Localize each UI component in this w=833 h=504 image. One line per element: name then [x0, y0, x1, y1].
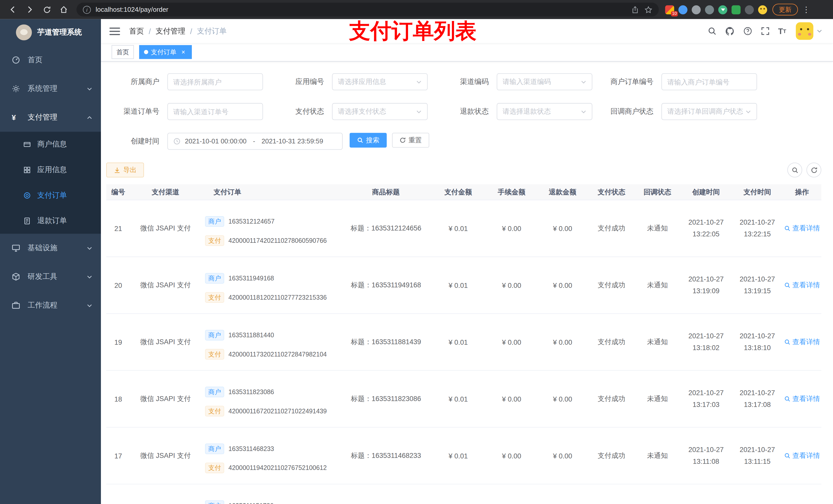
app-id-select[interactable]: 请选择应用信息: [332, 73, 428, 90]
view-detail-link[interactable]: 查看详情: [784, 281, 820, 290]
extension-icon[interactable]: [705, 5, 714, 14]
sidebar-item-app-info[interactable]: 应用信息: [0, 157, 101, 183]
extension-icon[interactable]: 10: [665, 5, 674, 14]
cell-amount: [430, 484, 486, 504]
monitor-icon: [12, 244, 20, 252]
merchant-input[interactable]: [167, 73, 263, 90]
breadcrumb-pay-manage[interactable]: 支付管理: [156, 26, 185, 36]
cell-refund: ¥ 0.00: [537, 257, 588, 313]
cell-amount: ¥ 0.01: [430, 257, 486, 313]
url-text[interactable]: localhost:1024/pay/order: [96, 6, 626, 13]
pay-order-no: 4200001194202110276752100612: [229, 464, 327, 472]
date-end: 2021-10-31 23:59:59: [262, 138, 323, 145]
extension-icon[interactable]: [692, 5, 700, 14]
order-id: 20: [114, 281, 122, 289]
emoji-extension-icon[interactable]: [758, 5, 767, 14]
browser-update-button[interactable]: 更新: [772, 4, 798, 16]
merchant-order-no-field[interactable]: [667, 78, 751, 86]
tag-pay-order[interactable]: 支付订单 ×: [139, 45, 192, 59]
toggle-search-icon[interactable]: [787, 163, 802, 177]
sidebar-item-label: 退款订单: [37, 216, 67, 225]
avatar-caret-down-icon[interactable]: [817, 28, 823, 34]
extension-icon[interactable]: [678, 5, 687, 14]
channel-code-select[interactable]: 请输入渠道编码: [497, 73, 592, 90]
col-order: 支付订单: [201, 184, 342, 200]
sidebar-item-workflow[interactable]: 工作流程: [0, 291, 101, 320]
url-bar[interactable]: i localhost:1024/pay/order: [77, 3, 659, 16]
sidebar-item-system[interactable]: 系统管理: [0, 74, 101, 103]
cell-created: [680, 484, 732, 504]
merchant-order-line: 商户 1635311881440: [205, 330, 274, 340]
sidebar-item-devtools[interactable]: 研发工具: [0, 263, 101, 291]
created-time: 13:22:05: [693, 229, 719, 240]
cell-notify: [635, 484, 680, 504]
fee-amount: ¥ 0.00: [502, 224, 521, 232]
notify-status: 未通知: [647, 223, 668, 233]
cell-title: 标题：1635311881439: [342, 314, 430, 370]
extension-icon[interactable]: [732, 5, 740, 14]
cell-paid: 2021-10-27 13:19:15: [732, 257, 783, 313]
refresh-table-icon[interactable]: [806, 163, 821, 177]
browser-menu-icon[interactable]: ⋮: [802, 5, 810, 14]
sidebar-item-merchant-info[interactable]: 商户信息: [0, 131, 101, 157]
refund-status-select[interactable]: 请选择退款状态: [497, 103, 592, 120]
date-start: 2021-10-01 00:00:00: [185, 138, 247, 145]
merchant-order-no: 1635311823086: [229, 388, 274, 396]
logo-title: 芋道管理系统: [37, 28, 82, 37]
font-size-icon[interactable]: TT: [778, 27, 786, 35]
help-icon[interactable]: [743, 27, 752, 35]
cell-title: 标题：1635312124656: [342, 200, 430, 257]
paid-date: 2021-10-27: [740, 387, 775, 399]
merchant-order-no-input[interactable]: [661, 73, 757, 90]
sidebar-item-infra[interactable]: 基础设施: [0, 234, 101, 263]
home-icon[interactable]: [56, 2, 71, 17]
created-time: 13:19:09: [693, 285, 719, 297]
tag-home[interactable]: 首页: [112, 45, 134, 59]
search-icon[interactable]: [708, 27, 716, 35]
pay-status: 支付成功: [598, 223, 625, 233]
view-detail-link[interactable]: 查看详情: [784, 451, 820, 460]
chevron-down-icon: [581, 109, 587, 115]
export-button[interactable]: 导出: [106, 163, 144, 177]
sidebar-item-home[interactable]: 首页: [0, 46, 101, 74]
view-detail-label: 查看详情: [792, 281, 820, 290]
fullscreen-icon[interactable]: [761, 27, 769, 35]
cell-refund: ¥ 0.00: [537, 428, 588, 484]
pay-status-select[interactable]: 请选择支付状态: [332, 103, 428, 120]
view-detail-link[interactable]: 查看详情: [784, 394, 820, 404]
cell-id: 19: [106, 314, 130, 370]
pay-amount: ¥ 0.01: [449, 452, 468, 460]
cell-channel: [130, 484, 201, 504]
cell-created: 2021-10-27 13:11:08: [680, 428, 732, 484]
refresh-icon[interactable]: [39, 2, 54, 17]
sidebar-item-pay-order[interactable]: 支付订单: [0, 183, 101, 208]
pay-badge: 支付: [205, 462, 224, 473]
bookmark-star-icon[interactable]: [644, 6, 652, 14]
extension-icon[interactable]: [745, 5, 754, 14]
back-icon[interactable]: [5, 2, 20, 17]
merchant-input-field[interactable]: [173, 78, 257, 86]
view-detail-link[interactable]: 查看详情: [784, 223, 820, 233]
share-icon[interactable]: [631, 6, 639, 14]
sidebar-item-pay[interactable]: ¥ 支付管理: [0, 103, 101, 131]
channel-order-no-field[interactable]: [173, 107, 257, 116]
sidebar-logo[interactable]: 芋道管理系统: [0, 19, 101, 46]
reset-button[interactable]: 重置: [392, 133, 429, 148]
view-detail-link[interactable]: 查看详情: [784, 337, 820, 347]
notify-status-select[interactable]: 请选择订单回调商户状态: [661, 103, 757, 120]
tag-close-icon[interactable]: ×: [180, 48, 187, 56]
date-range-picker[interactable]: 2021-10-01 00:00:00 - 2021-10-31 23:59:5…: [167, 133, 342, 150]
fee-amount: ¥ 0.00: [502, 395, 521, 403]
info-icon[interactable]: i: [83, 6, 91, 14]
vue-devtools-icon[interactable]: [718, 5, 727, 14]
github-icon[interactable]: [725, 26, 734, 36]
filter-notify-status: 回调商户状态 请选择订单回调商户状态: [600, 103, 765, 120]
sidebar-item-refund-order[interactable]: 退款订单: [0, 208, 101, 234]
user-avatar[interactable]: [796, 22, 813, 40]
forward-icon[interactable]: [22, 2, 37, 17]
chevron-down-icon: [581, 79, 587, 85]
breadcrumb-home[interactable]: 首页: [129, 26, 144, 36]
search-button[interactable]: 搜索: [350, 133, 387, 148]
channel-order-no-input[interactable]: [167, 103, 263, 120]
hamburger-icon[interactable]: [110, 27, 120, 35]
